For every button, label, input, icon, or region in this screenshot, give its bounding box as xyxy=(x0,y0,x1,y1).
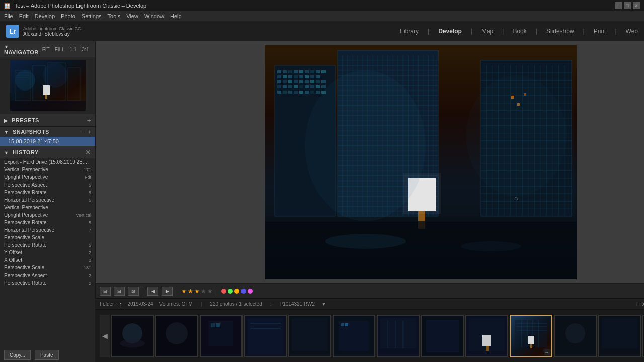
nav-3-1[interactable]: 3:1 xyxy=(80,46,91,53)
color-label-green[interactable] xyxy=(228,289,233,294)
filmstrip-item[interactable] xyxy=(598,315,641,357)
svg-rect-29 xyxy=(299,75,303,78)
menu-tools[interactable]: Tools xyxy=(108,13,121,19)
nav-slideshow-label[interactable]: Slideshow xyxy=(546,28,574,35)
star-4[interactable]: ★ xyxy=(201,288,206,295)
snapshot-item[interactable]: 15.08.2019 21:47:50 xyxy=(0,137,95,146)
filmstrip-item[interactable] xyxy=(155,315,198,357)
navigator-thumbnail[interactable] xyxy=(10,60,86,111)
color-label-blue[interactable] xyxy=(241,289,246,294)
svg-rect-37 xyxy=(299,80,303,83)
compare-view-button[interactable]: ⊟ xyxy=(114,287,125,296)
svg-rect-172 xyxy=(292,318,328,351)
nav-print[interactable]: Print xyxy=(594,28,606,35)
history-item[interactable]: Perspective Rotate 5 xyxy=(0,219,95,226)
star-3[interactable]: ★ xyxy=(194,288,200,295)
history-item[interactable]: Perspective Aspect 2 xyxy=(0,272,95,279)
filmstrip-item[interactable] xyxy=(111,315,154,357)
history-item[interactable]: Perspective Rotate 2 xyxy=(0,279,95,287)
menu-photo[interactable]: Photo xyxy=(61,13,75,19)
svg-rect-53 xyxy=(288,90,292,94)
close-button[interactable]: ✕ xyxy=(633,2,640,9)
filmstrip-item[interactable] xyxy=(465,315,508,357)
presets-add[interactable]: + xyxy=(87,116,91,124)
snapshots-remove[interactable]: − xyxy=(83,129,86,135)
nav-develop[interactable]: Develop xyxy=(438,28,462,35)
svg-rect-25 xyxy=(277,75,281,78)
next-photo-button[interactable]: ▶ xyxy=(162,287,173,296)
filmstrip-item[interactable] xyxy=(377,315,420,357)
history-item[interactable]: Upright Perspective Fdt xyxy=(0,173,95,181)
svg-rect-42 xyxy=(277,85,281,88)
star-1[interactable]: ★ xyxy=(181,288,187,295)
brand-name: Adobe Lightroom Classic CC xyxy=(23,26,82,31)
history-item[interactable]: Perspective Rotate 5 xyxy=(0,189,95,196)
filmstrip-item[interactable] xyxy=(333,315,375,357)
menu-settings[interactable]: Settings xyxy=(82,13,102,19)
menu-develop[interactable]: Develop xyxy=(35,13,55,19)
history-header[interactable]: ▼ History ✕ xyxy=(0,146,95,158)
history-item[interactable]: X Offset 2 xyxy=(0,256,95,264)
snapshots-header[interactable]: ▼ Snapshots − + xyxy=(0,127,95,137)
menu-file[interactable]: File xyxy=(4,13,13,19)
presets-header[interactable]: ▶ Presets + xyxy=(0,114,95,126)
menu-window[interactable]: Window xyxy=(144,13,164,19)
svg-rect-44 xyxy=(288,85,292,88)
history-item[interactable]: Vertical Perspective 171 xyxy=(0,166,95,173)
history-clear[interactable]: ✕ xyxy=(85,148,91,156)
history-item[interactable]: Upright Perspective Vertical xyxy=(0,211,95,219)
nav-web[interactable]: Web xyxy=(626,28,638,35)
logo-area: Lr Adobe Lightroom Classic CC Alexandr S… xyxy=(6,25,82,38)
nav-map[interactable]: Map xyxy=(481,28,493,35)
color-label-purple[interactable] xyxy=(248,289,253,294)
history-item[interactable]: Export - Hard Drive (15.08.2019 23:14:..… xyxy=(0,158,95,166)
filmstrip-item[interactable] xyxy=(421,315,464,357)
svg-rect-165 xyxy=(211,323,215,327)
minimize-button[interactable]: ─ xyxy=(615,2,622,9)
svg-rect-166 xyxy=(216,323,220,327)
filmstrip-item[interactable] xyxy=(244,315,287,357)
history-item[interactable]: Perspective Rotate 5 xyxy=(0,241,95,249)
photo-count: 220 photos / 1 selected xyxy=(210,301,262,307)
svg-rect-16 xyxy=(277,70,281,73)
color-label-yellow[interactable] xyxy=(234,289,239,294)
window-controls[interactable]: ─ □ ✕ xyxy=(615,2,640,9)
history-item[interactable]: Vertical Perspective xyxy=(0,204,95,211)
nav-fill[interactable]: FILL xyxy=(53,46,66,53)
copy-paste-bar: Copy... Paste xyxy=(0,348,95,362)
prev-photo-button[interactable]: ◀ xyxy=(147,287,158,296)
nav-1-1[interactable]: 1:1 xyxy=(68,46,78,53)
svg-point-204 xyxy=(565,323,585,343)
color-label-red[interactable] xyxy=(221,289,226,294)
history-item[interactable]: Perspective Scale 131 xyxy=(0,264,95,272)
nav-fit[interactable]: FIT xyxy=(41,46,51,53)
nav-book[interactable]: Book xyxy=(513,28,526,35)
nav-library[interactable]: Library xyxy=(400,28,419,35)
snapshots-add[interactable]: + xyxy=(88,129,91,135)
paste-button[interactable]: Paste xyxy=(35,350,59,360)
menu-help[interactable]: Help xyxy=(170,13,182,19)
filmstrip-prev[interactable]: ◀ xyxy=(100,315,110,357)
filmstrip-item-selected[interactable]: ⊞ ↩ xyxy=(510,315,552,357)
copy-button[interactable]: Copy... xyxy=(4,350,31,360)
history-item[interactable]: Perspective Aspect 5 xyxy=(0,181,95,189)
navigator-header[interactable]: ▼ Navigator FIT FILL 1:1 3:1 xyxy=(0,41,95,57)
history-item[interactable]: Y Offset 2 xyxy=(0,249,95,256)
history-item[interactable]: Horizontal Perspective 5 xyxy=(0,196,95,204)
filmstrip-item[interactable] xyxy=(288,315,331,357)
star-5[interactable]: ★ xyxy=(207,288,213,295)
svg-text:↩: ↩ xyxy=(545,351,548,354)
grid-view-button[interactable]: ⊞ xyxy=(100,287,111,296)
svg-rect-52 xyxy=(283,90,287,94)
svg-rect-186 xyxy=(482,335,491,346)
filmstrip-item[interactable] xyxy=(554,315,597,357)
menu-edit[interactable]: Edit xyxy=(19,13,29,19)
filmstrip-item[interactable] xyxy=(200,315,243,357)
svg-rect-36 xyxy=(294,80,298,83)
star-2[interactable]: ★ xyxy=(188,288,193,295)
maximize-button[interactable]: □ xyxy=(624,2,631,9)
survey-view-button[interactable]: ⊠ xyxy=(128,287,139,296)
history-item[interactable]: Perspective Scale xyxy=(0,234,95,241)
history-item[interactable]: Horizontal Perspective 7 xyxy=(0,226,95,234)
menu-view[interactable]: View xyxy=(126,13,138,19)
